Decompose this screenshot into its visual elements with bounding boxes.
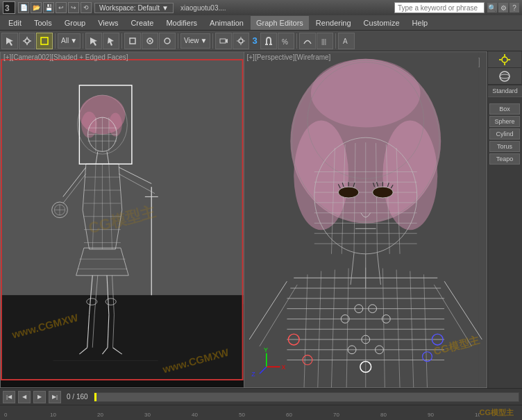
menu-group[interactable]: Group bbox=[59, 16, 92, 30]
viewport-right[interactable]: [+][Perspective][Wireframe] FRONT Total … bbox=[244, 51, 488, 388]
svg-marker-2 bbox=[6, 37, 13, 46]
search-input[interactable] bbox=[394, 2, 485, 13]
tool-text[interactable]: A bbox=[338, 33, 355, 49]
menu-edit[interactable]: Edit bbox=[3, 16, 27, 30]
workspace-label: Workspace: Default bbox=[99, 4, 160, 12]
svg-text:A: A bbox=[343, 37, 348, 45]
viewport-left-label: [+][Camera002][Shaded + Edged Faces] bbox=[3, 53, 128, 61]
view-label: View bbox=[184, 37, 199, 44]
tick-90: 90 bbox=[428, 412, 475, 418]
tl-track[interactable] bbox=[94, 392, 519, 402]
svg-point-82 bbox=[382, 121, 437, 230]
workspace-selector[interactable]: Workspace: Default ▼ bbox=[94, 3, 174, 13]
svg-point-103 bbox=[372, 187, 393, 198]
light-btn[interactable] bbox=[233, 33, 249, 49]
tool-curve[interactable] bbox=[299, 33, 316, 49]
history-icon[interactable]: ⟲ bbox=[81, 2, 92, 13]
new-icon[interactable]: 📄 bbox=[18, 2, 29, 13]
rp-btn-torus[interactable]: Torus bbox=[489, 141, 520, 152]
tool-select[interactable] bbox=[1, 33, 18, 49]
tool-region[interactable] bbox=[36, 33, 53, 49]
toolbar-sep-7 bbox=[335, 33, 336, 49]
status-ticks: 0 10 20 30 40 50 60 70 80 90 100 bbox=[3, 408, 480, 418]
tick-20: 20 bbox=[97, 412, 144, 418]
viewport-area: [+][Camera002][Shaded + Edged Faces] bbox=[0, 51, 522, 388]
svg-marker-14 bbox=[226, 39, 228, 43]
status-watermark: CG模型主 bbox=[480, 408, 520, 418]
tool-move[interactable] bbox=[19, 33, 35, 49]
menu-graph-editors[interactable]: Graph Editors bbox=[251, 16, 309, 30]
toolbar-sep-6 bbox=[296, 33, 297, 49]
window-controls: 🔍 ⚙ ? bbox=[487, 3, 519, 12]
rp-sun-icon[interactable] bbox=[488, 51, 521, 68]
svg-text:%: % bbox=[282, 38, 288, 46]
tick-80: 80 bbox=[380, 412, 428, 418]
rp-btn-box[interactable]: Box bbox=[489, 103, 520, 115]
svg-point-30 bbox=[109, 113, 122, 137]
tool-magnet[interactable] bbox=[260, 33, 277, 49]
tool-select2[interactable] bbox=[85, 33, 102, 49]
svg-point-162 bbox=[500, 72, 510, 81]
rp-btn-sphere[interactable]: Sphere bbox=[489, 116, 520, 127]
rp-btn-teapot[interactable]: Teapo bbox=[489, 153, 520, 165]
tl-play-start[interactable]: |◀ bbox=[3, 391, 15, 403]
main-toolbar: All ▼ View ▼ 3 % ||| A bbox=[0, 31, 522, 51]
svg-point-29 bbox=[81, 112, 97, 138]
wireframe-closeup-svg: X Y Z bbox=[244, 52, 487, 387]
tl-playhead bbox=[94, 393, 96, 401]
camera-btn[interactable] bbox=[215, 33, 232, 49]
tl-play[interactable]: ▶ bbox=[33, 391, 46, 403]
view-arrow: ▼ bbox=[201, 37, 208, 44]
menu-tools[interactable]: Tools bbox=[28, 16, 58, 30]
viewport-left[interactable]: [+][Camera002][Shaded + Edged Faces] bbox=[0, 51, 244, 388]
save-icon[interactable]: 💾 bbox=[43, 2, 54, 13]
tool-arrow[interactable] bbox=[103, 33, 119, 49]
tick-0: 0 bbox=[3, 412, 50, 418]
svg-text:|||: ||| bbox=[321, 38, 326, 45]
tool-rotate[interactable] bbox=[124, 33, 141, 49]
filter-dropdown[interactable]: All ▼ bbox=[58, 33, 81, 49]
icon-btn-1[interactable]: 🔍 bbox=[487, 3, 497, 12]
svg-point-102 bbox=[338, 187, 359, 198]
menu-rendering[interactable]: Rendering bbox=[310, 16, 357, 30]
svg-point-163 bbox=[500, 74, 510, 78]
tick-10: 10 bbox=[50, 412, 97, 418]
workspace-arrow: ▼ bbox=[162, 4, 169, 12]
svg-point-15 bbox=[239, 39, 243, 43]
title-icons: 📄 📂 💾 ↩ ↪ ⟲ bbox=[18, 2, 92, 13]
timeline: |◀ ◀ ▶ ▶| 0 / 160 bbox=[0, 388, 522, 405]
open-icon[interactable]: 📂 bbox=[31, 2, 42, 13]
menu-help[interactable]: Help bbox=[407, 16, 434, 30]
svg-marker-9 bbox=[90, 37, 97, 46]
menu-views[interactable]: Views bbox=[92, 16, 124, 30]
icon-btn-3[interactable]: ? bbox=[510, 3, 519, 12]
svg-point-3 bbox=[25, 39, 29, 43]
menu-animation[interactable]: Animation bbox=[204, 16, 249, 30]
tl-frame-display: 0 / 160 bbox=[64, 393, 91, 401]
undo-icon[interactable]: ↩ bbox=[56, 2, 67, 13]
tool-percent[interactable]: % bbox=[278, 33, 294, 49]
menu-customize[interactable]: Customize bbox=[358, 16, 405, 30]
menu-create[interactable]: Create bbox=[125, 16, 159, 30]
toolbar-sep-1 bbox=[55, 33, 56, 49]
view-dropdown[interactable]: View ▼ bbox=[180, 33, 210, 49]
tool-scale[interactable] bbox=[142, 33, 158, 49]
filename-display: xiaoguotu03.... bbox=[176, 4, 392, 12]
rp-sphere-icon[interactable] bbox=[488, 68, 521, 85]
tl-next-frame[interactable]: ▶| bbox=[49, 391, 61, 403]
svg-point-157 bbox=[502, 57, 507, 62]
menu-modifiers[interactable]: Modifiers bbox=[160, 16, 203, 30]
svg-rect-13 bbox=[220, 39, 226, 43]
tl-prev-frame[interactable]: ◀ bbox=[18, 391, 31, 403]
redo-icon[interactable]: ↪ bbox=[68, 2, 79, 13]
tool-extra[interactable]: ||| bbox=[317, 33, 333, 49]
svg-text:Z: Z bbox=[251, 371, 255, 378]
number-display: 3 bbox=[250, 35, 259, 46]
menu-bar: Edit Tools Group Views Create Modifiers … bbox=[0, 15, 522, 31]
filter-arrow: ▼ bbox=[70, 37, 77, 44]
rp-btn-cylinder[interactable]: Cylind bbox=[489, 128, 520, 140]
icon-btn-2[interactable]: ⚙ bbox=[498, 3, 508, 12]
tool-snap[interactable] bbox=[159, 33, 176, 49]
toolbar-sep-4 bbox=[178, 33, 178, 49]
svg-rect-26 bbox=[1, 295, 244, 380]
